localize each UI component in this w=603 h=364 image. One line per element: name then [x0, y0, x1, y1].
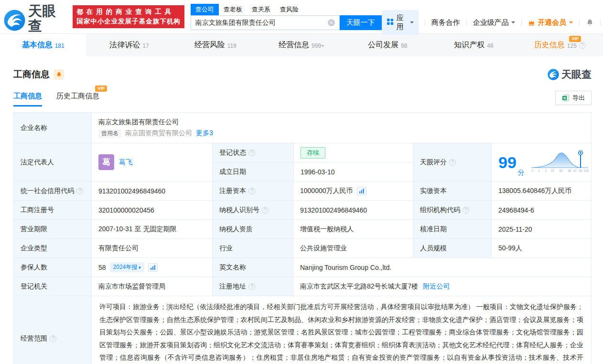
tab-legal-cases[interactable]: 法律诉讼17 — [86, 34, 172, 56]
reg-capital-label: 注册资本 — [212, 182, 293, 200]
vip-badge: VIP — [569, 36, 581, 42]
svg-text:85: 85 — [568, 169, 571, 172]
business-info-table: 企业名称 南京文旅集团有限责任公司 曾用名 南京国资商贸有限公司 更多3 法定代… — [13, 112, 592, 364]
tab-history-info[interactable]: VIP 历史信息125 — [517, 34, 603, 56]
score-number: 99 — [498, 154, 517, 171]
svg-text:0: 0 — [531, 169, 533, 172]
menu-enterprise-products[interactable]: 企业级产品 — [473, 18, 515, 27]
apps-menu-label: 应用 — [397, 13, 404, 32]
tianyancha-logo-icon — [4, 10, 25, 33]
help-icon[interactable] — [579, 42, 586, 49]
trend-chart-icon[interactable] — [357, 187, 366, 195]
search-tab-relation[interactable]: 查关系 — [247, 4, 275, 15]
apps-grid-icon — [387, 18, 394, 27]
apps-menu-button[interactable]: 应用 — [382, 10, 419, 35]
help-icon[interactable] — [248, 283, 255, 290]
establish-date-value: 1996-03-10 — [293, 163, 413, 182]
notification-bell-icon[interactable] — [586, 19, 594, 27]
score-unit: 分 — [518, 169, 525, 177]
search-tab-company[interactable]: 查公司 — [191, 4, 219, 15]
svg-text:3: 3 — [545, 169, 547, 172]
help-icon[interactable] — [262, 207, 269, 214]
annual-report-badge[interactable]: 2024年报 — [110, 262, 145, 272]
tab-business-risk[interactable]: 经营风险119 — [172, 34, 258, 56]
authority-label: 登记机关 — [14, 277, 91, 296]
help-icon[interactable] — [50, 335, 56, 342]
tab-business-info[interactable]: 经营信息999+ — [258, 34, 345, 56]
address-label: 注册地址 — [212, 277, 293, 296]
svg-text:50: 50 — [559, 169, 563, 172]
chevron-down-icon — [569, 21, 573, 25]
section-header: 工商信息 天眼查 — [13, 68, 592, 81]
trend-chart-icon[interactable] — [148, 263, 158, 272]
row-credit-code: 统一社会信用代码 913201002496849460 注册资本 1000000… — [14, 182, 591, 201]
tab-intellectual-property[interactable]: 知识产权46 — [431, 34, 517, 56]
tianyancha-logo[interactable]: 天眼查 TianYanCha.com — [4, 4, 69, 38]
search-button[interactable]: 天眼一下 — [340, 15, 382, 30]
divider — [600, 19, 601, 26]
row-business-scope: 经营范围 许可项目：旅游业务；演出经纪（依法须经批准的项目，经相关部门批准后方可… — [14, 296, 591, 364]
top-header: 天眼查 TianYanCha.com 都在用的商业查询工具 国家中小企业发展子基… — [0, 0, 603, 33]
export-button[interactable]: 导出 — [555, 91, 592, 105]
company-name-value: 南京文旅集团有限责任公司 曾用名 南京国资商贸有限公司 更多3 — [91, 113, 591, 143]
address-value: 南京市玄武区太平北路82号长城大厦7楼 附近公司 — [293, 277, 591, 296]
org-code-label: 组织机构代码 — [413, 201, 491, 219]
row-company-type: 企业类型 有限责任公司 行业 公共设施管理业 人员规模 50-99人 — [14, 239, 591, 258]
more-link[interactable]: 更多3 — [196, 129, 213, 138]
help-icon[interactable] — [76, 188, 83, 194]
subtab-business-info[interactable]: 工商信息 — [13, 92, 42, 107]
help-icon[interactable] — [449, 159, 456, 166]
tab-basic-info[interactable]: 基本信息181 — [0, 34, 86, 56]
scope-label: 经营范围 — [14, 296, 91, 364]
search-tabs: 查公司 查老板 查关系 查风险 — [191, 4, 382, 15]
tab-company-development[interactable]: 公司发展98 — [345, 34, 431, 56]
legal-rep-avatar[interactable]: 葛 — [98, 154, 114, 170]
divider — [466, 19, 467, 26]
taxpayer-quality-value: 增值税一般纳税人 — [293, 220, 413, 238]
menu-business-cooperation[interactable]: 商务合作 — [431, 18, 460, 27]
former-name: 南京国资商贸有限公司 — [125, 129, 192, 138]
row-insured-count: 参保人数 58 2024年报 英文名称 Nanjing Tourism Grou… — [14, 258, 591, 277]
staff-size-label: 人员规模 — [413, 239, 491, 257]
search-tab-risk[interactable]: 查风险 — [275, 4, 303, 15]
reg-capital-value: 1000000万人民币 — [293, 182, 413, 200]
insured-value: 58 2024年报 — [91, 258, 212, 277]
search-area: 查公司 查老板 查关系 查风险 南京文旅集团有限责任公司 天眼一下 — [191, 4, 382, 30]
company-type-value: 有限责任公司 — [91, 239, 212, 257]
taxpayer-quality-label: 纳税人资质 — [212, 220, 293, 238]
credit-code-label: 统一社会信用代码 — [14, 182, 91, 200]
reg-number-label: 工商注册号 — [14, 201, 91, 219]
search-input-value: 南京文旅集团有限责任公司 — [195, 19, 276, 27]
search-tab-boss[interactable]: 查老板 — [219, 4, 247, 15]
reg-status-label: 登记状态 — [213, 143, 293, 162]
search-input[interactable]: 南京文旅集团有限责任公司 — [191, 15, 340, 30]
company-type-label: 企业类型 — [14, 239, 91, 257]
reg-number-value: 320100000020456 — [91, 201, 212, 219]
help-icon[interactable] — [463, 207, 469, 214]
company-name: 南京文旅集团有限责任公司 — [98, 118, 179, 127]
credit-code-value: 913201002496849460 — [91, 182, 212, 200]
staff-size-value: 50-99人 — [491, 239, 591, 257]
industry-value: 公共设施管理业 — [293, 239, 413, 257]
legal-rep-link[interactable]: 葛飞 — [119, 158, 132, 167]
nearby-companies-link[interactable]: 附近公司 — [423, 282, 450, 291]
reg-status-value: 存续 — [293, 143, 413, 162]
score-label: 天眼评分 — [413, 143, 491, 181]
subtab-history-business-info[interactable]: VIP 历史工商信息 — [56, 92, 99, 107]
industry-label: 行业 — [212, 239, 293, 257]
row-legal-representative: 法定代表人 葛 葛飞 登记状态 存续 成立日期 1996-03-10 天眼评分 … — [14, 143, 591, 182]
svg-text:97: 97 — [573, 169, 577, 172]
clear-input-icon[interactable] — [328, 19, 335, 26]
company-nav-tabs: 基本信息181 法律诉讼17 经营风险119 经营信息999+ 公司发展98 知… — [0, 33, 603, 56]
menu-open-vip[interactable]: 开通会员 — [528, 18, 573, 27]
term-label: 营业期限 — [14, 220, 91, 238]
help-icon[interactable] — [248, 188, 255, 194]
header-menu: 应用 商务合作 企业级产品 开通会员 超级风... — [382, 10, 603, 35]
row-establish-date: 成立日期 1996-03-10 — [213, 162, 413, 182]
divider — [521, 19, 522, 26]
crown-icon — [528, 19, 535, 26]
help-icon[interactable] — [248, 150, 255, 156]
monitor-bell-icon[interactable] — [54, 69, 64, 80]
approval-date-label: 核准日期 — [413, 220, 491, 238]
paid-capital-value: 138005.640846万人民币 — [491, 182, 591, 200]
